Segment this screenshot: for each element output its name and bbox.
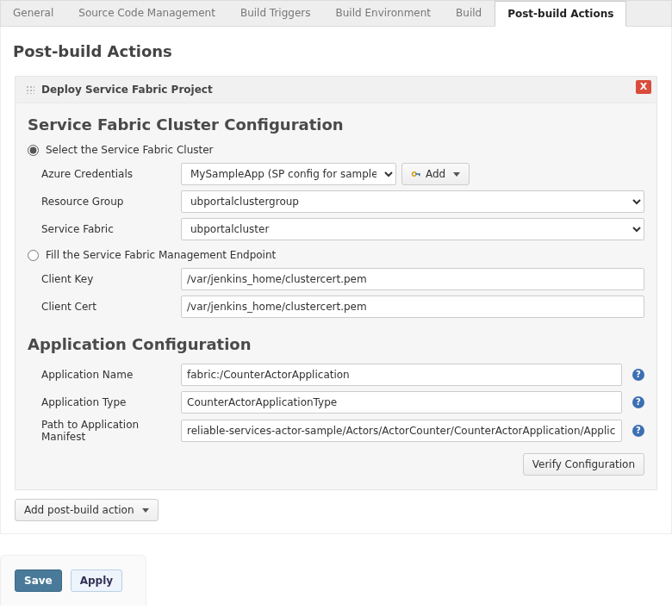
tab-scm[interactable]: Source Code Management — [66, 1, 228, 26]
chevron-down-icon — [142, 508, 149, 513]
select-cluster-radio-row: Select the Service Fabric Cluster — [28, 144, 644, 156]
app-config-heading: Application Configuration — [28, 335, 644, 353]
svg-rect-2 — [419, 173, 420, 176]
tab-post-build-actions[interactable]: Post-build Actions — [495, 1, 626, 27]
page-title: Post-build Actions — [13, 42, 659, 60]
resource-group-select[interactable]: ubportalclustergroup — [181, 190, 644, 213]
save-button[interactable]: Save — [15, 569, 62, 592]
manifest-path-input[interactable] — [181, 420, 622, 442]
select-cluster-radio[interactable] — [28, 145, 39, 156]
fill-endpoint-label: Fill the Service Fabric Management Endpo… — [46, 249, 276, 261]
step-body: Service Fabric Cluster Configuration Sel… — [16, 103, 656, 489]
app-name-label: Application Name — [41, 369, 174, 381]
azure-credentials-select[interactable]: MySampleApp (SP config for sample app) — [181, 163, 396, 185]
add-post-build-action-button[interactable]: Add post-build action — [15, 499, 159, 521]
tab-general[interactable]: General — [1, 1, 66, 26]
app-type-row: Application Type ? — [28, 391, 644, 414]
post-build-step: X Deploy Service Fabric Project Service … — [15, 76, 657, 490]
key-icon — [411, 169, 421, 179]
step-title: Deploy Service Fabric Project — [41, 84, 213, 96]
fill-endpoint-radio-row: Fill the Service Fabric Management Endpo… — [28, 249, 644, 261]
tab-build-triggers[interactable]: Build Triggers — [228, 1, 324, 26]
client-cert-input[interactable] — [181, 296, 644, 318]
add-post-build-row: Add post-build action — [15, 499, 659, 521]
verify-configuration-button[interactable]: Verify Configuration — [523, 453, 644, 476]
save-apply-panel: Save Apply — [0, 555, 146, 606]
manifest-path-row: Path to Application Manifest ? — [28, 419, 644, 443]
service-fabric-select[interactable]: ubportalcluster — [181, 218, 644, 240]
select-cluster-label: Select the Service Fabric Cluster — [46, 144, 214, 156]
verify-row: Verify Configuration — [28, 453, 644, 476]
service-fabric-row: Service Fabric ubportalcluster — [28, 218, 644, 240]
tab-build-environment[interactable]: Build Environment — [324, 1, 445, 26]
add-credentials-label: Add — [426, 168, 445, 180]
service-fabric-label: Service Fabric — [41, 223, 174, 235]
apply-button[interactable]: Apply — [71, 569, 122, 592]
help-icon[interactable]: ? — [632, 425, 644, 437]
config-tabs: General Source Code Management Build Tri… — [0, 0, 672, 27]
fill-endpoint-radio[interactable] — [28, 250, 39, 261]
azure-credentials-row: Azure Credentials MySampleApp (SP config… — [28, 163, 644, 185]
add-post-build-action-label: Add post-build action — [24, 504, 134, 516]
cluster-config-heading: Service Fabric Cluster Configuration — [28, 115, 644, 134]
client-key-row: Client Key — [28, 268, 644, 290]
resource-group-row: Resource Group ubportalclustergroup — [28, 190, 644, 213]
help-icon[interactable]: ? — [632, 369, 644, 381]
app-type-label: Application Type — [41, 396, 174, 408]
client-cert-row: Client Cert — [28, 296, 644, 318]
client-cert-label: Client Cert — [41, 301, 174, 313]
add-credentials-button[interactable]: Add — [401, 163, 470, 185]
client-key-label: Client Key — [41, 273, 174, 285]
client-key-input[interactable] — [181, 268, 644, 290]
drag-handle-icon[interactable] — [26, 85, 34, 94]
chevron-down-icon — [453, 172, 460, 177]
page-body: Post-build Actions X Deploy Service Fabr… — [0, 27, 672, 534]
help-icon[interactable]: ? — [632, 396, 644, 408]
tab-build[interactable]: Build — [444, 1, 495, 26]
delete-step-button[interactable]: X — [636, 80, 651, 94]
app-type-input[interactable] — [181, 391, 622, 414]
app-name-input[interactable] — [181, 364, 622, 386]
resource-group-label: Resource Group — [41, 196, 174, 208]
manifest-path-label: Path to Application Manifest — [41, 419, 174, 443]
azure-credentials-label: Azure Credentials — [41, 168, 174, 180]
step-header[interactable]: Deploy Service Fabric Project — [16, 77, 656, 103]
app-name-row: Application Name ? — [28, 364, 644, 386]
